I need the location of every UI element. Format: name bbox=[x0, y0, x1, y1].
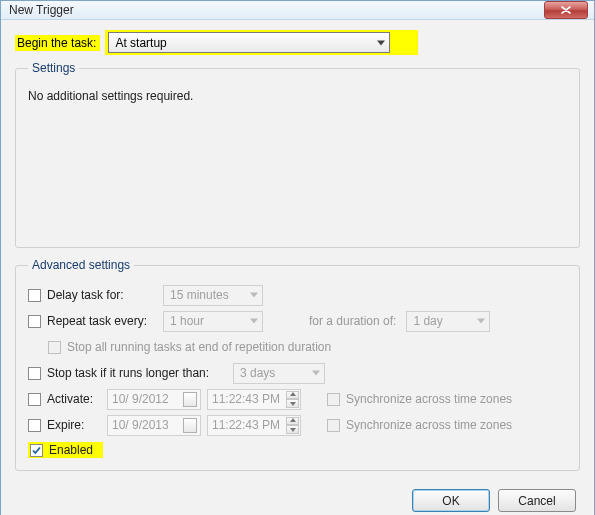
delay-label: Delay task for: bbox=[47, 288, 157, 302]
delay-checkbox[interactable] bbox=[28, 289, 41, 302]
activate-time-picker[interactable]: 11:22:43 PM bbox=[207, 389, 301, 410]
enabled-row: Enabled bbox=[28, 442, 567, 458]
expire-sync-checkbox bbox=[327, 419, 340, 432]
begin-task-label: Begin the task: bbox=[15, 35, 100, 51]
window-title: New Trigger bbox=[7, 3, 544, 17]
calendar-icon bbox=[183, 392, 197, 407]
activate-sync-label: Synchronize across time zones bbox=[346, 392, 512, 406]
enabled-checkbox[interactable] bbox=[30, 444, 43, 457]
settings-group: Settings No additional settings required… bbox=[15, 61, 580, 248]
begin-task-row: Begin the task: At startup bbox=[15, 32, 580, 53]
repeat-duration-label: for a duration of: bbox=[309, 314, 396, 328]
client-area: Begin the task: At startup Settings No a… bbox=[1, 20, 594, 515]
begin-task-dropdown[interactable]: At startup bbox=[108, 32, 390, 53]
ok-button[interactable]: OK bbox=[412, 489, 490, 512]
enabled-label: Enabled bbox=[49, 443, 93, 457]
repeat-stop-row: Stop all running tasks at end of repetit… bbox=[48, 334, 567, 360]
titlebar: New Trigger bbox=[1, 1, 594, 20]
activate-sync-checkbox bbox=[327, 393, 340, 406]
activate-date-picker[interactable]: 10/ 9/2012 bbox=[107, 389, 201, 410]
advanced-legend: Advanced settings bbox=[28, 258, 134, 272]
activate-label: Activate: bbox=[47, 392, 101, 406]
delay-row: Delay task for: 15 minutes bbox=[28, 282, 567, 308]
cancel-button[interactable]: Cancel bbox=[498, 489, 576, 512]
chevron-down-icon bbox=[477, 319, 485, 324]
spinner-icon bbox=[286, 417, 299, 434]
repeat-stop-label: Stop all running tasks at end of repetit… bbox=[67, 340, 331, 354]
spinner-icon bbox=[286, 391, 299, 408]
repeat-checkbox[interactable] bbox=[28, 315, 41, 328]
settings-legend: Settings bbox=[28, 61, 79, 75]
new-trigger-dialog: New Trigger Begin the task: At startup S… bbox=[0, 0, 595, 515]
dialog-buttons: OK Cancel bbox=[15, 481, 580, 512]
repeat-label: Repeat task every: bbox=[47, 314, 157, 328]
advanced-settings-group: Advanced settings Delay task for: 15 min… bbox=[15, 258, 580, 471]
calendar-icon bbox=[183, 418, 197, 433]
chevron-down-icon bbox=[250, 319, 258, 324]
chevron-down-icon bbox=[377, 40, 385, 45]
stop-longer-checkbox[interactable] bbox=[28, 367, 41, 380]
expire-sync-label: Synchronize across time zones bbox=[346, 418, 512, 432]
close-icon bbox=[561, 6, 571, 14]
stop-longer-label: Stop task if it runs longer than: bbox=[47, 366, 227, 380]
delay-dropdown[interactable]: 15 minutes bbox=[163, 285, 263, 306]
activate-checkbox[interactable] bbox=[28, 393, 41, 406]
stop-longer-row: Stop task if it runs longer than: 3 days bbox=[28, 360, 567, 386]
check-icon bbox=[31, 445, 42, 456]
begin-task-value: At startup bbox=[115, 36, 166, 50]
repeat-duration-dropdown[interactable]: 1 day bbox=[406, 311, 490, 332]
expire-time-picker[interactable]: 11:22:43 PM bbox=[207, 415, 301, 436]
repeat-interval-dropdown[interactable]: 1 hour bbox=[163, 311, 263, 332]
stop-longer-dropdown[interactable]: 3 days bbox=[233, 363, 325, 384]
expire-checkbox[interactable] bbox=[28, 419, 41, 432]
chevron-down-icon bbox=[250, 293, 258, 298]
expire-date-picker[interactable]: 10/ 9/2013 bbox=[107, 415, 201, 436]
repeat-stop-checkbox bbox=[48, 341, 61, 354]
settings-body: No additional settings required. bbox=[28, 85, 567, 235]
repeat-row: Repeat task every: 1 hour for a duration… bbox=[28, 308, 567, 334]
expire-row: Expire: 10/ 9/2013 11:22:43 PM Synchroni… bbox=[28, 412, 567, 438]
chevron-down-icon bbox=[312, 371, 320, 376]
activate-row: Activate: 10/ 9/2012 11:22:43 PM Synchro… bbox=[28, 386, 567, 412]
close-button[interactable] bbox=[544, 1, 588, 19]
expire-label: Expire: bbox=[47, 418, 101, 432]
